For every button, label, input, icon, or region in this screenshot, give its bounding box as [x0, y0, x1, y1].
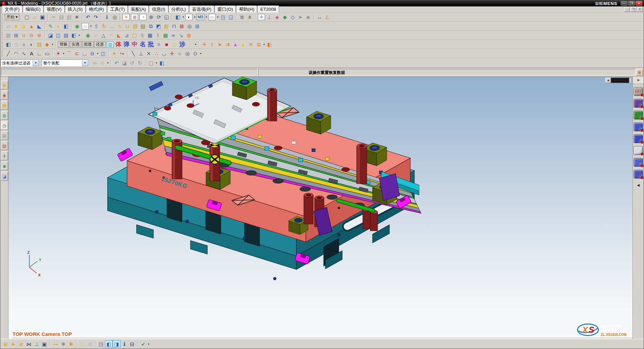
roles-tab[interactable]: ☻	[1, 162, 8, 170]
arrangements-icon[interactable]: ✱	[67, 340, 75, 348]
green-filter-icon[interactable]: ◆	[281, 13, 289, 21]
cylinder-curve-icon[interactable]: ◫	[99, 50, 107, 57]
mirror-assembly-icon[interactable]: ⋈	[25, 340, 33, 348]
selection-scope-dropdown-icon[interactable]: ▼	[82, 59, 88, 66]
information-icon[interactable]: ℹ	[103, 13, 111, 21]
datum-csys-icon[interactable]: ✛	[258, 14, 265, 20]
circle-point-icon[interactable]: ⊙	[191, 50, 199, 57]
unite-icon[interactable]: ∪	[20, 31, 28, 39]
wedge-icon[interactable]: ◣	[35, 22, 43, 30]
window-split-icon[interactable]: ◲	[227, 13, 235, 21]
palette-pin-icon[interactable]: ➤	[633, 77, 644, 84]
boss-icon[interactable]: ◉	[73, 22, 81, 30]
palette-part-punch-purple[interactable]	[634, 99, 643, 108]
delete-constraint-icon[interactable]: ✕	[247, 41, 255, 48]
emboss-body-icon[interactable]: ▨	[139, 22, 147, 30]
section-icon-dropdown[interactable]: ▾	[51, 43, 54, 46]
join-face-icon[interactable]: ‖	[154, 31, 162, 39]
move-component-bottom-icon[interactable]: ⇄	[17, 340, 25, 348]
bounded-plane-icon[interactable]: ▱	[92, 31, 100, 39]
zoom-in-icon[interactable]: ⊕	[147, 13, 155, 21]
interference-dd-icon[interactable]	[186, 41, 194, 48]
restore-button[interactable]: 还原	[94, 41, 106, 48]
wcs-display-icon[interactable]: ⌗	[155, 41, 163, 48]
perpendicular-icon[interactable]: ⊥	[137, 50, 145, 57]
examine-window-icon[interactable]: ◔	[139, 14, 146, 20]
translucency-columns-icon[interactable]: ▥	[107, 41, 114, 48]
copy-component-icon-dropdown[interactable]: ▾	[263, 43, 266, 46]
promote-body-icon[interactable]: ⧉	[86, 340, 94, 348]
split-body-icon[interactable]: ◫	[54, 31, 62, 39]
mdi-minimize-button[interactable]: —	[624, 7, 630, 12]
points-icon[interactable]: ∴	[153, 50, 160, 57]
menu-et2008[interactable]: ET2008	[257, 5, 279, 14]
body-operations-icon-dropdown[interactable]: ▾	[78, 34, 81, 37]
sequence-icon[interactable]: ✱	[59, 340, 67, 348]
rendering-style-icon[interactable]: ◐	[185, 14, 192, 20]
display-mode-icon[interactable]: ◧	[4, 41, 12, 48]
rib-icon[interactable]: ▥	[162, 22, 170, 30]
boss-pad-icon[interactable]: ⊞	[193, 22, 201, 30]
part-navigator-tab[interactable]: ▤	[1, 101, 8, 110]
gray-filter-icon[interactable]: ◆	[304, 13, 312, 21]
shell-icon[interactable]: ▢	[131, 31, 138, 39]
paste-feature-icon[interactable]: ▥	[4, 31, 12, 39]
trim-body-icon[interactable]: ◪	[47, 31, 54, 39]
palette-collapse-icon[interactable]: ◀	[637, 183, 640, 187]
edge-blend-icon[interactable]: ◜	[107, 31, 115, 39]
wave-link-icon[interactable]: ⊶	[52, 340, 59, 348]
scrollbar-track[interactable]	[611, 78, 629, 83]
close-button[interactable]: ✕	[636, 1, 642, 6]
delete-icon[interactable]: ✕	[73, 13, 81, 21]
menu-edit[interactable]: 编辑(E)	[23, 5, 44, 14]
snap-point-icon[interactable]: ⊹	[99, 59, 106, 66]
drag-component-icon[interactable]: ➤	[216, 41, 224, 48]
interference-dd-icon-dropdown[interactable]: ▾	[194, 43, 197, 46]
assembly-verify-icon[interactable]: ✔	[139, 340, 147, 348]
palette-part-plate-blue[interactable]	[634, 134, 643, 143]
center-char-button[interactable]: 中	[131, 40, 139, 48]
layer-setting-button[interactable]: M3	[196, 14, 204, 20]
link-chain-icon[interactable]: ∞	[91, 59, 99, 66]
selection-pointer-icon[interactable]: ➤	[297, 13, 304, 21]
rendering-style-icon-dropdown[interactable]: ▾	[193, 16, 196, 19]
replace-reference-set-button[interactable]: 替换	[58, 41, 69, 48]
3d-model-canvas[interactable]: 15270KG	[8, 77, 633, 339]
start-button[interactable]: 开始 ▾	[5, 14, 19, 20]
undo-selection-icon[interactable]: ↶	[113, 59, 120, 66]
mdi-close-button[interactable]: ✕	[637, 7, 643, 12]
assembly-navigator-tab[interactable]: ⊞	[1, 81, 8, 89]
corner-icon[interactable]: ∟	[35, 50, 43, 57]
datum-plane-icon[interactable]: ▱	[4, 22, 12, 30]
select-component-icon[interactable]: ➤	[9, 340, 17, 348]
ghost-solid-icon[interactable]: □	[170, 41, 178, 48]
tools-tab[interactable]: ✛	[1, 152, 8, 160]
background-icon[interactable]: ▭	[209, 14, 216, 20]
wireframe-icon[interactable]: ◇	[12, 41, 20, 48]
name-char-button[interactable]: 名	[139, 40, 147, 48]
pocket-boss-icon[interactable]: ◉	[84, 31, 92, 39]
mdi-restore-button[interactable]: ❐	[630, 7, 636, 12]
view-orientation-icon-dropdown[interactable]: ▾	[182, 16, 185, 19]
trim-curve-icon[interactable]: ⊂	[73, 50, 81, 57]
remove-face-icon[interactable]: ⊠	[178, 22, 186, 30]
constraints-icon[interactable]: ⊥	[266, 13, 273, 21]
line-icon[interactable]: ╱	[4, 50, 12, 57]
menu-format[interactable]: 格式(R)	[86, 5, 107, 14]
add-body-icon[interactable]: ⊞	[12, 31, 20, 39]
intersection-point-icon[interactable]: ✕	[145, 50, 153, 57]
assembly-navigator-icon[interactable]: ≣	[238, 13, 246, 21]
batch-char-button[interactable]: 批	[147, 40, 155, 48]
marquee-select-icon[interactable]: ▢	[147, 59, 155, 66]
cylinder-icon[interactable]: ◍	[20, 22, 28, 30]
text-icon[interactable]: A	[28, 50, 35, 57]
fit-view-icon[interactable]: ◱	[163, 13, 170, 21]
color-palette-icon[interactable]: ◈	[273, 13, 281, 21]
menu-view[interactable]: 视图(V)	[44, 5, 64, 14]
pattern-component-icon[interactable]: ∷	[78, 340, 86, 348]
scale-body-icon[interactable]: ↘	[177, 31, 185, 39]
cube-feature-icon[interactable]: ◧	[62, 22, 70, 30]
visualization-tab[interactable]: ▨	[1, 141, 8, 150]
marquee-select-icon-dropdown[interactable]: ▾	[155, 61, 158, 64]
selection-scope-value[interactable]: 整个装配	[42, 59, 82, 66]
